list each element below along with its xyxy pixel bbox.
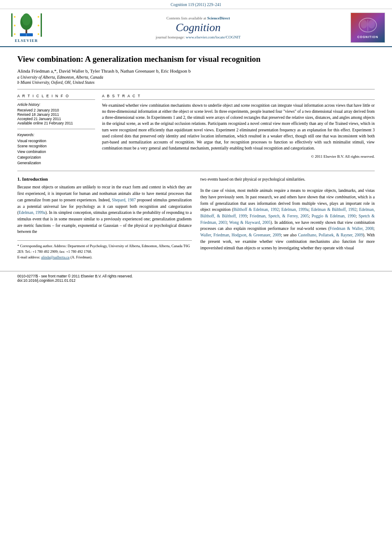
authors-line: Alinda Friedman a,*, David Waller b, Tyl… xyxy=(17,68,375,73)
bottom-bar-text: 0010-0277/$ - see front matter © 2011 El… xyxy=(17,274,375,283)
sciencedirect-link[interactable]: ScienceDirect xyxy=(207,16,230,20)
email-link[interactable]: alinda@ualberta.ca xyxy=(41,255,70,259)
elsevier-wordmark: ELSEVIER xyxy=(15,38,38,43)
intro-para-2: two events based on their physical or ps… xyxy=(201,176,375,183)
front-matter-text: 0010-0277/$ - see front matter © 2011 El… xyxy=(17,274,133,278)
body-content: 1. Introduction Because most objects or … xyxy=(17,176,375,260)
email-label: E-mail address: xyxy=(17,255,41,259)
article-info-label: A R T I C L E I N F O xyxy=(17,94,95,100)
doi-text-bottom: doi:10.1016/j.cognition.2011.01.012 xyxy=(17,278,76,283)
svg-text:COGNITION: COGNITION xyxy=(357,35,379,38)
journal-header: ELSEVIER Contents lists available at Sci… xyxy=(0,9,392,47)
received-date: Received 2 January 2010 xyxy=(17,108,95,112)
keywords-divider xyxy=(17,129,95,129)
page: Cognition 119 (2011) 229–241 xyxy=(0,0,392,535)
svg-rect-1 xyxy=(11,13,13,37)
cognition-badge-icon: COGNITION xyxy=(351,13,385,42)
body-divider xyxy=(17,171,375,171)
friedman-spetch-ref[interactable]: Friedman, Spetch, & Ferrey, 2005 xyxy=(250,214,309,218)
keyword-view-combination: View combination xyxy=(17,149,95,155)
online-date: Available online 21 February 2011 xyxy=(17,121,95,125)
copyright-line: © 2011 Elsevier B.V. All rights reserved… xyxy=(102,154,375,159)
header-divider xyxy=(17,89,375,89)
bottom-bar: 0010-0277/$ - see front matter © 2011 El… xyxy=(0,271,392,285)
keyword-categorization: Categorization xyxy=(17,155,95,160)
abstract-label: A B S T R A C T xyxy=(102,94,375,100)
waller-ref[interactable]: Waller, Friedman, Hodgson, & Greenauer, … xyxy=(201,233,281,237)
svg-point-6 xyxy=(14,16,16,18)
elsevier-tree-icon xyxy=(10,13,43,38)
homepage-url[interactable]: www.elsevier.com/locate/COGNIT xyxy=(186,35,241,39)
accepted-date: Accepted 21 January 2011 xyxy=(17,117,95,121)
edelman-ref2[interactable]: Edelman, 1999a xyxy=(281,207,309,212)
info-abstract-row: A R T I C L E I N F O Article history: R… xyxy=(17,94,375,166)
authors-text: Alinda Friedman a,*, David Waller b, Tyl… xyxy=(17,68,191,73)
svg-point-9 xyxy=(38,16,39,18)
svg-point-11 xyxy=(38,33,39,35)
poggio-ref[interactable]: Poggio & Edelman, 1990 xyxy=(312,214,356,218)
castelhano-ref[interactable]: Castelhano, Pollatsek, & Rayner, 2009 xyxy=(298,233,363,237)
sciencedirect-line: Contents lists available at ScienceDirec… xyxy=(50,16,346,20)
abstract-col: A B S T R A C T We examined whether view… xyxy=(102,94,375,166)
journal-homepage: journal homepage: www.elsevier.com/locat… xyxy=(50,35,346,39)
doi-text: Cognition 119 (2011) 229–241 xyxy=(171,3,221,7)
footnote-email: E-mail address: alinda@ualberta.ca (A. F… xyxy=(17,255,192,260)
article-title: View combination: A generalization mecha… xyxy=(17,54,375,65)
cognition-badge: COGNITION xyxy=(351,13,385,43)
svg-point-10 xyxy=(38,25,39,26)
svg-point-8 xyxy=(14,33,16,35)
keywords-label: Keywords: xyxy=(17,133,95,137)
intro-para-1: Because most objects or situations are u… xyxy=(17,184,192,235)
body-right-col: two events based on their physical or ps… xyxy=(201,176,375,260)
wong-ref[interactable]: Wong & Hayward, 2005 xyxy=(229,220,271,225)
affiliation-a: a University of Alberta, Edmonton, Alber… xyxy=(17,75,375,80)
edelman-ref1[interactable]: Edelman, 1999a xyxy=(19,210,45,215)
affiliation-b: b Miami University, Oxford, OH, United S… xyxy=(17,80,375,85)
revised-date: Revised 18 January 2011 xyxy=(17,112,95,117)
journal-title: Cognition xyxy=(50,21,346,34)
article-info-col: A R T I C L E I N F O Article history: R… xyxy=(17,94,95,166)
main-content: View combination: A generalization mecha… xyxy=(0,47,392,267)
svg-point-7 xyxy=(14,25,16,26)
keyword-visual-recognition: Visual recognition xyxy=(17,138,95,144)
elsevier-logo-area: ELSEVIER xyxy=(7,13,46,43)
shepard-ref[interactable]: Shepard, 1987 xyxy=(112,198,136,202)
email-suffix: (A. Friedman). xyxy=(70,255,92,259)
history-label: Article history: xyxy=(17,102,95,107)
footnote-area: * Corresponding author. Address: Departm… xyxy=(17,240,192,260)
edelman-bulthoff-ref[interactable]: Edelman & Bülthoff, 1992 xyxy=(311,207,357,212)
body-left-col: 1. Introduction Because most objects or … xyxy=(17,176,192,260)
svg-point-16 xyxy=(360,20,367,29)
svg-point-4 xyxy=(22,13,31,25)
abstract-text: We examined whether view combination mec… xyxy=(102,102,375,152)
intro-para-3: In the case of vision, most mobile anima… xyxy=(201,188,375,251)
section1-heading: 1. Introduction xyxy=(17,176,192,182)
footnote-star: * Corresponding author. Address: Departm… xyxy=(17,243,192,255)
svg-rect-5 xyxy=(41,13,42,37)
journal-center-area: Contents lists available at ScienceDirec… xyxy=(50,16,346,39)
doi-bar: Cognition 119 (2011) 229–241 xyxy=(0,0,392,9)
keyword-scene-recognition: Scene recognition xyxy=(17,143,95,149)
cognition-badge-area: COGNITION xyxy=(351,13,385,43)
bulthoff-ref[interactable]: Bülthoff & Edelman, 1992 xyxy=(233,207,279,212)
svg-point-17 xyxy=(368,20,375,29)
friedman-waller-ref[interactable]: Friedman & Waller, 2008 xyxy=(330,226,374,231)
keyword-generalization: Generalization xyxy=(17,160,95,166)
